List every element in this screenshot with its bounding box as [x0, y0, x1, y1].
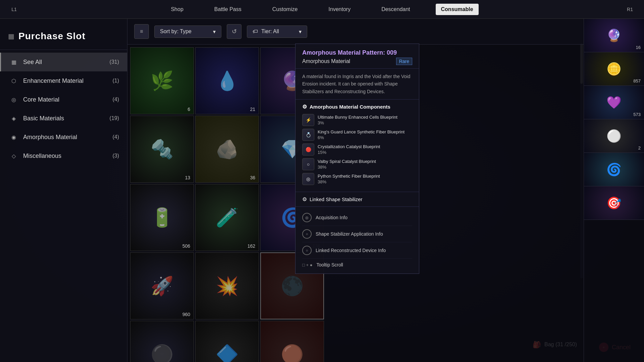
refresh-button[interactable]: ↺: [227, 24, 241, 39]
sort-dropdown-arrow: ▾: [213, 28, 216, 35]
item-count-g4: 13: [185, 175, 190, 180]
sidebar-count-enhancement: (1): [112, 78, 119, 84]
right-panel-count-rp4: 2: [638, 145, 641, 150]
action-row-reconstructed[interactable]: ○ Linked Reconstructed Device Info: [302, 242, 412, 259]
grid-item-g7[interactable]: 🔋 506: [130, 184, 194, 251]
tooltip-description: A material found in Ingris and the Void …: [296, 69, 419, 100]
item-count-g7: 506: [182, 243, 190, 249]
grid-item-g4[interactable]: 🔩 13: [130, 116, 194, 183]
right-panel-icon-rp3: 💜: [606, 96, 622, 110]
tier-icon: 🏷: [253, 28, 258, 35]
sidebar-header: ▦ Purchase Slot: [0, 25, 127, 50]
sidebar-label-see-all: See All: [23, 59, 110, 66]
tooltip-title: Amorphous Material Pattern: 009: [302, 49, 412, 56]
right-panel-item-rp2[interactable]: 🪙 857: [584, 52, 644, 86]
tier-dropdown[interactable]: 🏷 Tier: All ▾: [247, 25, 307, 38]
sidebar: ▦ Purchase Slot ▦ See All (31) ⬡ Enhance…: [0, 19, 127, 362]
sidebar-item-basic[interactable]: ◈ Basic Materials (19): [0, 109, 127, 128]
tooltip-subtitle-row: Amorphous Material Rare: [302, 58, 412, 65]
item-icon-g2: 💧: [196, 48, 259, 114]
components-section: ⚙ Amorphous Material Components ⚡ Ultima…: [296, 100, 419, 192]
action-row-stabilizer[interactable]: ○ Shape Stabilizer Application Info: [302, 226, 412, 242]
component-name-2: Crystallization Catalyst Blueprint: [318, 144, 412, 150]
item-icon-g1: 🌿: [130, 48, 194, 114]
right-panel-item-rp3[interactable]: 💜 573: [584, 86, 644, 119]
sidebar-icon-see-all: ▦: [9, 57, 18, 67]
sort-dropdown-label: Sort by: Type: [160, 28, 192, 35]
right-panel-item-rp1[interactable]: 🔮 16: [584, 19, 644, 52]
action-icon-reconstructed: ○: [302, 246, 312, 255]
sidebar-item-see-all[interactable]: ▦ See All (31): [0, 53, 127, 71]
sidebar-count-amorphous: (4): [112, 134, 119, 140]
item-icon-g10: 🚀: [130, 253, 194, 319]
right-panel-item-rp6[interactable]: 🎯: [584, 186, 644, 220]
nav-item-inventory[interactable]: Inventory: [323, 4, 356, 15]
sidebar-count-see-all: (31): [110, 59, 119, 65]
nav-item-battle-pass[interactable]: Battle Pass: [209, 4, 247, 15]
component-name-1: King's Guard Lance Synthetic Fiber Bluep…: [318, 129, 412, 135]
sidebar-label-enhancement: Enhancement Material: [23, 77, 112, 84]
item-icon-g15: 🟤: [261, 321, 324, 362]
action-label-scroll: Tooltip Scroll: [317, 262, 343, 267]
grid-item-g10[interactable]: 🚀 960: [130, 252, 194, 319]
component-pct-0: 3%: [318, 120, 412, 125]
sidebar-item-amorphous[interactable]: ◉ Amorphous Material (4): [0, 128, 127, 146]
sidebar-items-list: ▦ See All (31) ⬡ Enhancement Material (1…: [0, 53, 127, 165]
tooltip-subtitle: Amorphous Material: [302, 58, 350, 64]
components-title: ⚙ Amorphous Material Components: [302, 104, 412, 110]
sidebar-icon-amorphous: ◉: [9, 132, 18, 142]
sidebar-label-misc: Miscellaneous: [23, 153, 112, 160]
sort-icon-button[interactable]: ≡: [134, 24, 149, 39]
right-panel-item-rp4[interactable]: ⚪ 2: [584, 119, 644, 153]
tier-dropdown-arrow: ▾: [299, 28, 302, 35]
grid-item-g15[interactable]: 🟤: [260, 321, 324, 362]
nav-item-descendant[interactable]: Descendant: [376, 4, 415, 15]
right-panel-count-rp1: 16: [636, 45, 641, 50]
sidebar-item-core[interactable]: ◎ Core Material (4): [0, 90, 127, 109]
top-navigation: L1 ShopBattle PassCustomizeInventoryDesc…: [0, 0, 644, 19]
grid-item-g1[interactable]: 🌿 6: [130, 47, 194, 114]
component-icon-2: 🔴: [302, 143, 314, 156]
item-count-g5: 36: [250, 175, 255, 180]
tooltip-panel: Amorphous Material Pattern: 009 Amorphou…: [295, 44, 419, 274]
component-pct-1: 6%: [318, 135, 412, 140]
grid-item-g11[interactable]: 💥: [195, 252, 259, 319]
component-row-1: 💍 King's Guard Lance Synthetic Fiber Blu…: [302, 129, 412, 141]
linked-section: ⚙ Linked Shape Stabilizer: [296, 192, 419, 207]
sidebar-item-enhancement[interactable]: ⬡ Enhancement Material (1): [0, 71, 127, 90]
sidebar-icon-enhancement: ⬡: [9, 76, 18, 85]
item-count-g8: 162: [248, 243, 255, 249]
grid-item-g14[interactable]: 🔷: [195, 321, 259, 362]
component-pct-4: 38%: [318, 179, 412, 184]
nav-item-shop[interactable]: Shop: [165, 4, 189, 15]
action-label-reconstructed: Linked Reconstructed Device Info: [316, 248, 386, 253]
sidebar-count-misc: (3): [112, 153, 119, 159]
sidebar-count-basic: (19): [110, 115, 119, 121]
tier-dropdown-label: Tier: All: [261, 28, 279, 35]
sidebar-item-misc[interactable]: ◇ Miscellaneous (3): [0, 146, 127, 165]
grid-item-g5[interactable]: 🪨 36: [195, 116, 259, 183]
grid-item-g2[interactable]: 💧 21: [195, 47, 259, 114]
item-icon-g13: ⚫: [130, 321, 194, 362]
component-info-1: King's Guard Lance Synthetic Fiber Bluep…: [318, 129, 412, 140]
action-row-acquisition[interactable]: ◎ Acquisition Info: [302, 209, 412, 226]
sidebar-header-icon: ▦: [8, 32, 14, 40]
tooltip-rarity: Rare: [396, 58, 412, 65]
item-icon-g4: 🔩: [130, 116, 194, 182]
sidebar-count-core: (4): [112, 97, 119, 103]
nav-left-button[interactable]: L1: [7, 2, 21, 17]
action-row-scroll[interactable]: □ + ● Tooltip Scroll: [302, 259, 412, 271]
nav-item-customize[interactable]: Customize: [267, 4, 303, 15]
right-panel-icon-rp5: 🌀: [606, 163, 622, 177]
nav-item-consumable[interactable]: Consumable: [436, 4, 479, 15]
grid-item-g8[interactable]: 🧪 162: [195, 184, 259, 251]
component-row-4: ◎ Python Synthetic Fiber Blueprint 38%: [302, 173, 412, 185]
sort-dropdown[interactable]: Sort by: Type ▾: [154, 25, 221, 38]
component-row-2: 🔴 Crystallization Catalyst Blueprint 15%: [302, 143, 412, 156]
component-row-0: ⚡ Ultimate Bunny Enhanced Cells Blueprin…: [302, 114, 412, 126]
action-label-acquisition: Acquisition Info: [316, 215, 347, 220]
nav-right-button[interactable]: R1: [623, 2, 637, 17]
right-panel-item-rp5[interactable]: 🌀: [584, 153, 644, 186]
item-icon-g11: 💥: [196, 253, 259, 319]
grid-item-g13[interactable]: ⚫ 9: [130, 321, 194, 362]
